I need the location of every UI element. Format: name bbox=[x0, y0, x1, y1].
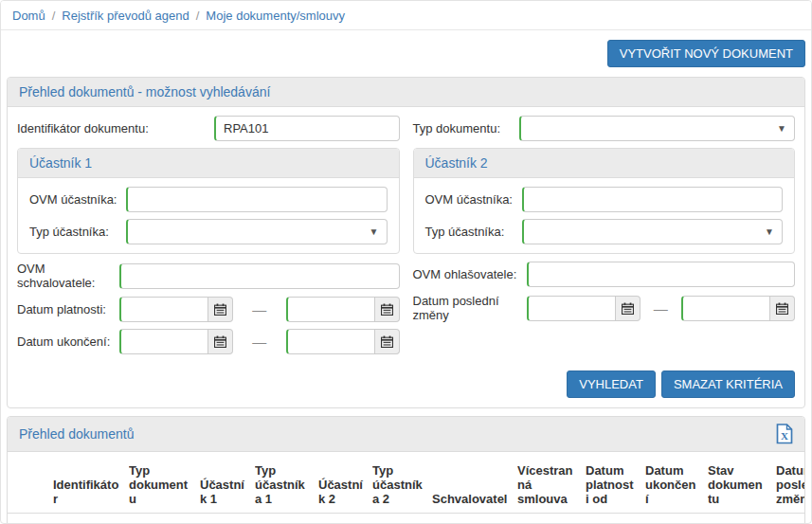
cell-last-change: 26.11.2019 bbox=[776, 514, 804, 524]
reporter-input[interactable] bbox=[527, 262, 796, 287]
search-panel: Přehled dokumentů - možnost vyhledávání … bbox=[7, 77, 805, 408]
col-last-change: Datum poslední změny bbox=[776, 452, 804, 514]
results-panel: Přehled dokumentů X Identifikátor Typ do… bbox=[7, 416, 805, 524]
participant2-panel: Účastník 2 OVM účastníka: Typ účastníka:… bbox=[413, 148, 796, 254]
cell-approver: Královéhradecký kraj bbox=[432, 514, 517, 524]
reporter-label: OVM ohlašovatele: bbox=[413, 267, 527, 281]
col-actions bbox=[8, 452, 53, 514]
range-separator: — bbox=[641, 300, 682, 316]
last-change-from-calendar-button[interactable] bbox=[616, 296, 641, 321]
validity-to-calendar-button[interactable] bbox=[375, 297, 400, 322]
documents-table: Identifikátor Typ dokumentu Účastník 1 T… bbox=[8, 452, 804, 524]
range-separator: — bbox=[233, 334, 286, 350]
cell-multilateral: Ne bbox=[517, 514, 586, 524]
last-change-to-calendar-button[interactable] bbox=[770, 296, 795, 321]
table-row: RPA101 Veřejnoprávní smlouva Obec Býšť P… bbox=[8, 514, 804, 524]
cell-doc-type: Veřejnoprávní smlouva bbox=[129, 514, 200, 524]
validity-to-input[interactable] bbox=[286, 297, 375, 322]
results-panel-title: Přehled dokumentů bbox=[19, 426, 134, 442]
cell-identifier: RPA101 bbox=[53, 514, 129, 524]
breadcrumb-separator: / bbox=[52, 9, 56, 23]
page-content: VYTVOŘIT NOVÝ DOKUMENT Přehled dokumentů… bbox=[1, 30, 811, 524]
svg-text:X: X bbox=[781, 430, 788, 442]
participant1-ovm-label: OVM účastníka: bbox=[29, 192, 126, 207]
last-change-label: Datum poslední změny bbox=[413, 294, 527, 322]
excel-file-icon: X bbox=[776, 424, 793, 444]
approver-input[interactable] bbox=[119, 263, 400, 289]
participant2-type-select[interactable]: ▼ bbox=[522, 219, 784, 244]
breadcrumb: Domů / Rejstřík převodů agend / Moje dok… bbox=[1, 1, 811, 30]
caret-down-icon: ▼ bbox=[765, 226, 774, 237]
excel-export-button[interactable]: X bbox=[776, 424, 793, 444]
participant1-title: Účastník 1 bbox=[18, 149, 399, 178]
col-participant2-type: Typ účastníka 2 bbox=[372, 452, 432, 514]
create-document-button[interactable]: VYTVOŘIT NOVÝ DOKUMENT bbox=[607, 40, 805, 67]
col-status: Stav dokumentu bbox=[708, 452, 776, 514]
cell-terminated: 30.10.2019 bbox=[645, 514, 708, 524]
participant2-title: Účastník 2 bbox=[414, 149, 795, 178]
validity-from-calendar-button[interactable] bbox=[208, 297, 233, 322]
search-panel-body: Identifikátor dokumentu: Typ dokumentu: … bbox=[8, 107, 804, 407]
clear-criteria-button[interactable]: SMAZAT KRITÉRIA bbox=[661, 370, 795, 398]
caret-down-icon: ▼ bbox=[777, 123, 786, 134]
col-approver: Schvalovatel bbox=[432, 452, 517, 514]
col-participant1-type: Typ účastníka 1 bbox=[255, 452, 318, 514]
col-doc-type: Typ dokumentu bbox=[129, 452, 200, 514]
doc-type-select[interactable]: ▼ bbox=[519, 116, 796, 141]
search-buttons: VYHLEDAT SMAZAT KRITÉRIA bbox=[17, 370, 795, 398]
termination-from-input[interactable] bbox=[119, 329, 208, 354]
approver-label: OVM schvalovatele: bbox=[17, 262, 119, 290]
col-participant2: Účastník 2 bbox=[318, 452, 372, 514]
cell-participant1: Obec Býšť bbox=[200, 514, 255, 524]
cell-participant2-type: Přijímající bbox=[372, 514, 432, 524]
termination-to-input[interactable] bbox=[286, 329, 375, 354]
calendar-icon bbox=[776, 302, 788, 315]
col-participant1: Účastník 1 bbox=[200, 452, 255, 514]
calendar-icon bbox=[381, 335, 393, 348]
toolbar: VYTVOŘIT NOVÝ DOKUMENT bbox=[7, 38, 805, 77]
participant1-panel: Účastník 1 OVM účastníka: Typ účastníka:… bbox=[17, 148, 400, 254]
identifier-label: Identifikátor dokumentu: bbox=[17, 121, 214, 136]
calendar-icon bbox=[214, 335, 226, 348]
breadcrumb-separator: / bbox=[196, 9, 200, 23]
breadcrumb-link-home[interactable]: Domů bbox=[12, 9, 45, 23]
col-valid-from: Datum platnosti od bbox=[586, 452, 645, 514]
range-separator: — bbox=[233, 301, 286, 317]
participant1-type-select[interactable]: ▼ bbox=[126, 219, 388, 244]
termination-from-calendar-button[interactable] bbox=[208, 329, 233, 354]
participant2-ovm-label: OVM účastníka: bbox=[425, 192, 522, 207]
breadcrumb-link-registry[interactable]: Rejstřík převodů agend bbox=[62, 9, 189, 23]
termination-to-calendar-button[interactable] bbox=[375, 329, 400, 354]
participant1-type-label: Typ účastníka: bbox=[29, 225, 126, 239]
validity-from-input[interactable] bbox=[119, 297, 208, 322]
calendar-icon bbox=[622, 302, 634, 315]
table-header-row: Identifikátor Typ dokumentu Účastník 1 T… bbox=[8, 452, 804, 514]
participant2-ovm-input[interactable] bbox=[522, 187, 784, 212]
documents-table-wrap: Identifikátor Typ dokumentu Účastník 1 T… bbox=[8, 452, 804, 524]
caret-down-icon: ▼ bbox=[370, 226, 379, 237]
col-multilateral: Vícestranná smlouva bbox=[517, 452, 586, 514]
search-panel-title: Přehled dokumentů - možnost vyhledávání bbox=[8, 78, 804, 107]
cell-participant1-type: Předávající bbox=[255, 514, 318, 524]
cell-valid-from: 06.11.2019 bbox=[586, 514, 645, 524]
col-terminated: Datum ukončení bbox=[645, 452, 708, 514]
calendar-icon bbox=[214, 303, 226, 316]
doc-type-label: Typ dokumentu: bbox=[413, 121, 519, 136]
last-change-from-input[interactable] bbox=[527, 296, 616, 321]
cell-status: Rozpracovaný bbox=[708, 514, 776, 524]
breadcrumb-link-my-documents[interactable]: Moje dokumenty/smlouvy bbox=[206, 9, 345, 23]
identifier-input[interactable] bbox=[214, 116, 400, 141]
cell-participant2: Statutární město Pardubice bbox=[318, 514, 372, 524]
col-identifier: Identifikátor bbox=[53, 452, 129, 514]
calendar-icon bbox=[381, 303, 393, 316]
participant2-type-label: Typ účastníka: bbox=[425, 225, 522, 239]
search-button[interactable]: VYHLEDAT bbox=[567, 370, 656, 398]
last-change-to-input[interactable] bbox=[681, 296, 770, 321]
termination-label: Datum ukončení: bbox=[17, 334, 119, 349]
participant1-ovm-input[interactable] bbox=[126, 187, 388, 212]
validity-label: Datum platnosti: bbox=[17, 302, 119, 316]
